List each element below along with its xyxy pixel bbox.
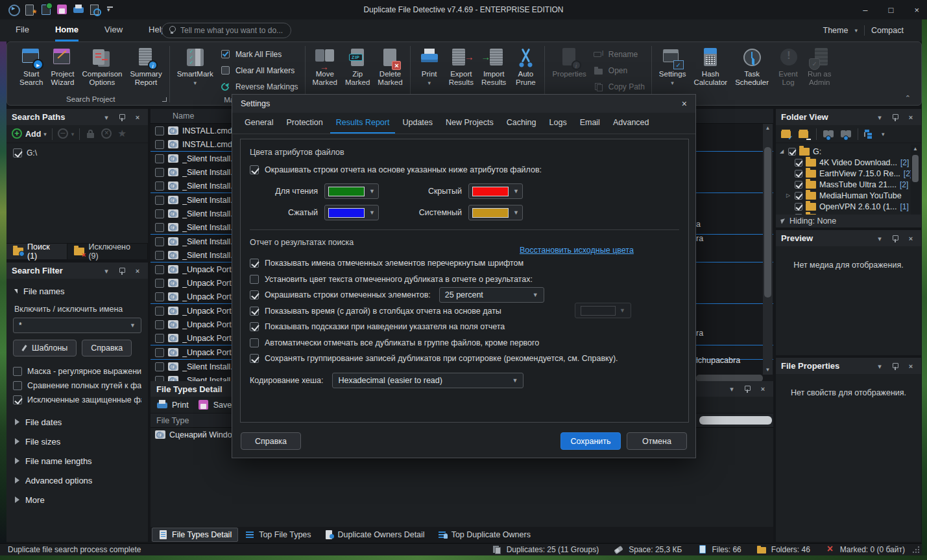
name-mask-combobox[interactable]: * ▼ xyxy=(13,318,141,333)
scroll-up-icon[interactable]: ▲ xyxy=(911,146,920,152)
panel-menu-icon[interactable]: ▾ xyxy=(874,361,885,371)
close-panel-icon[interactable]: × xyxy=(906,112,916,122)
filter-check-row[interactable]: Исключенные защищенные файлы xyxy=(13,393,141,407)
checkbox[interactable] xyxy=(250,307,259,316)
marked-row-shade-dropdown[interactable]: 25 percent ▼ xyxy=(439,287,544,303)
ribbon-button[interactable]: Export Results xyxy=(446,45,477,88)
row-checkbox[interactable] xyxy=(155,223,164,232)
search-paths-tab[interactable]: Поиск (1) xyxy=(6,244,67,259)
scrollbar-thumb[interactable] xyxy=(912,155,919,182)
ribbon-button[interactable]: Event Log xyxy=(773,45,803,88)
tree-options-icon[interactable] xyxy=(864,129,876,139)
file-ops-stack-button[interactable]: Rename xyxy=(591,47,647,62)
row-checkbox[interactable] xyxy=(155,348,164,357)
ribbon-button[interactable]: Start Search xyxy=(16,45,46,88)
quick-access-icon[interactable] xyxy=(24,4,36,16)
filter-help-button[interactable]: Справка xyxy=(82,340,132,356)
report-check-row[interactable]: Сохранять группирование записей дубликат… xyxy=(250,351,679,367)
add-path-button[interactable]: Add▾ xyxy=(12,128,47,139)
ribbon-button[interactable]: Auto Prune xyxy=(511,45,540,88)
row-checkbox[interactable] xyxy=(155,126,164,135)
resize-grip[interactable] xyxy=(912,546,920,554)
scroll-down-icon[interactable]: ▼ xyxy=(763,366,773,375)
dialog-tab[interactable]: Results Report xyxy=(330,113,396,134)
save-button[interactable]: Сохранить xyxy=(560,432,621,450)
menu-item[interactable]: Home xyxy=(55,19,78,41)
dialog-tab[interactable]: Advanced xyxy=(607,113,655,134)
checkbox[interactable] xyxy=(250,165,259,174)
report-check-row[interactable]: Окрашивать строки отмеченных элементов: … xyxy=(250,287,679,303)
panel-menu-icon[interactable]: ▾ xyxy=(101,266,112,276)
dialog-tab[interactable]: Updates xyxy=(396,113,439,134)
tree-row[interactable]: ▷ MassTube Ultra 21.... [2] xyxy=(780,179,920,190)
color-dropdown[interactable]: ▼ xyxy=(324,183,379,199)
collapsed-section-toggle[interactable]: File sizes xyxy=(13,432,141,451)
vertical-scrollbar[interactable]: ▲ ▼ xyxy=(763,124,773,375)
color-dropdown[interactable]: ▼ xyxy=(324,205,379,220)
colorize-check-row[interactable]: Окрашивать строки отчета на основе указа… xyxy=(250,165,679,174)
ribbon-button[interactable]: Move Marked xyxy=(309,45,341,88)
check-all-folders-icon[interactable] xyxy=(781,129,793,139)
ribbon-button[interactable]: Import Results xyxy=(478,45,509,88)
tree-row[interactable]: ▷ EarthView 7.15.0 Re... [2] xyxy=(780,168,920,179)
path-checkbox[interactable] xyxy=(13,148,22,158)
remove-path-button[interactable]: ▾ xyxy=(58,128,75,139)
pin-icon[interactable] xyxy=(742,384,752,394)
filter-check-row[interactable]: Маска - регулярное выражение xyxy=(13,364,141,379)
compact-button[interactable]: Compact xyxy=(871,26,904,35)
quick-access-icon[interactable] xyxy=(40,4,52,16)
row-checkbox[interactable] xyxy=(155,181,164,191)
row-checkbox[interactable] xyxy=(155,307,164,316)
ribbon-button[interactable]: Hash Calculator xyxy=(690,45,730,88)
minimize-button[interactable]: – xyxy=(863,5,867,15)
checkbox[interactable] xyxy=(250,275,259,284)
quick-access-icon[interactable] xyxy=(56,4,68,16)
smartmark-button[interactable]: SmartMark xyxy=(174,45,217,88)
dialog-tab[interactable]: New Projects xyxy=(440,113,500,134)
checkbox[interactable] xyxy=(13,395,22,404)
find-folder-icon[interactable] xyxy=(823,129,834,139)
ribbon-button[interactable]: Zip Marked xyxy=(342,45,373,88)
report-check-row[interactable]: Установить цвет текста отмеченного дубли… xyxy=(250,272,679,288)
tree-checkbox[interactable] xyxy=(795,192,802,200)
tree-row[interactable]: ▷ 4K Video Download... [2] xyxy=(780,157,920,168)
favorite-path-button[interactable] xyxy=(117,128,128,139)
file-names-section-toggle[interactable]: File names xyxy=(13,283,141,299)
file-ops-stack-button[interactable]: Open xyxy=(591,64,647,78)
row-checkbox[interactable] xyxy=(155,168,164,177)
row-checkbox[interactable] xyxy=(155,279,164,288)
expand-icon[interactable]: ▷ xyxy=(786,192,791,198)
bottom-tab[interactable]: Top File Types xyxy=(239,528,317,542)
templates-button[interactable]: Шаблоны xyxy=(13,340,77,356)
bottom-tab[interactable]: Duplicate Owners Detail xyxy=(319,528,431,542)
row-checkbox[interactable] xyxy=(155,320,164,329)
marking-stack-button[interactable]: Mark All Files xyxy=(218,47,301,62)
checkbox[interactable] xyxy=(250,322,259,331)
close-button[interactable]: × xyxy=(914,5,919,15)
quick-access-icon[interactable] xyxy=(73,4,84,16)
ribbon-button[interactable]: Comparison Options xyxy=(78,45,125,88)
help-button[interactable]: Справка xyxy=(241,432,301,450)
ribbon-button[interactable]: Delete Marked xyxy=(374,45,405,88)
quick-access-icon[interactable] xyxy=(105,4,117,16)
hash-encoding-dropdown[interactable]: Hexadecimal (easier to read) ▼ xyxy=(332,373,524,388)
row-checkbox[interactable] xyxy=(155,334,164,343)
row-checkbox[interactable] xyxy=(155,209,164,218)
panel-menu-icon[interactable]: ▾ xyxy=(101,112,112,122)
checkbox[interactable] xyxy=(250,354,259,363)
uncheck-folders-icon[interactable] xyxy=(799,129,810,139)
cancel-button[interactable]: Отмена xyxy=(627,432,687,450)
marked-text-color-dropdown[interactable]: ▼ xyxy=(575,303,631,318)
panel-menu-icon[interactable]: ▾ xyxy=(727,384,737,394)
collapsed-section-toggle[interactable]: More xyxy=(13,490,141,509)
row-checkbox[interactable] xyxy=(155,265,164,274)
quick-access-icon[interactable] xyxy=(8,4,19,16)
file-ops-stack-button[interactable]: Copy Path xyxy=(591,80,647,94)
checkbox[interactable] xyxy=(13,367,22,376)
row-checkbox[interactable] xyxy=(155,154,164,163)
dialog-tab[interactable]: Logs xyxy=(544,113,573,134)
panel-menu-icon[interactable]: ▾ xyxy=(874,112,885,122)
checkbox[interactable] xyxy=(250,290,259,299)
dialog-launcher-icon[interactable] xyxy=(162,97,167,102)
row-checkbox[interactable] xyxy=(155,362,164,371)
